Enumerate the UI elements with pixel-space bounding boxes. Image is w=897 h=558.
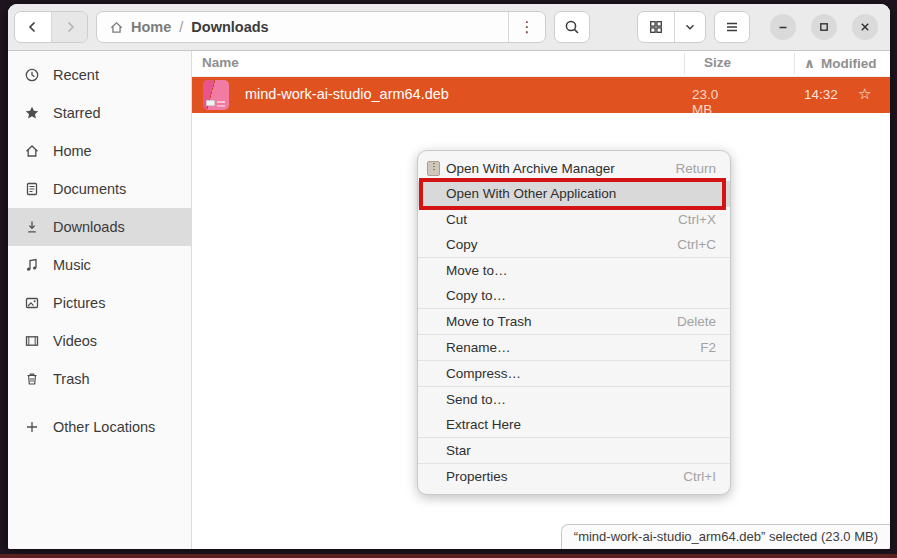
menu-item-label: Send to… [446,392,506,407]
back-button[interactable] [15,12,51,42]
hamburger-menu-icon [724,19,740,35]
file-row-selected[interactable]: mind-work-ai-studio_arm64.deb 23.0 MB 14… [192,77,890,113]
menu-item-label: Extract Here [446,417,521,432]
sidebar-item-home[interactable]: Home [8,132,191,170]
menu-item-label: Move to… [446,263,508,278]
search-button[interactable] [554,11,590,43]
path-bar: Home / Downloads ⋮ [96,11,546,43]
menu-item-compress[interactable]: Compress… [418,361,730,386]
menu-item-label: Copy to… [446,288,506,303]
clock-icon [23,67,40,83]
window-controls [770,14,878,40]
deb-package-icon [203,80,229,110]
view-options-button[interactable] [674,12,705,42]
breadcrumb-current[interactable]: Downloads [191,19,268,35]
status-bar: “mind-work-ai-studio_arm64.deb” selected… [561,524,890,549]
close-button[interactable] [852,14,878,40]
menu-item-cut[interactable]: Cut Ctrl+X [418,207,730,232]
menu-item-shortcut: Ctrl+I [683,469,716,484]
sidebar-item-trash[interactable]: Trash [8,360,191,398]
app-menu-button[interactable] [714,11,750,43]
column-header-modified-label: Modified [821,56,877,71]
menu-item-shortcut: Ctrl+C [677,237,716,252]
sidebar-item-pictures[interactable]: Pictures [8,284,191,322]
column-header-size[interactable]: Size [704,55,731,70]
breadcrumb-home[interactable]: Home [109,19,171,35]
archive-manager-icon [427,161,440,176]
home-icon [23,143,40,159]
menu-item-copy-to[interactable]: Copy to… [418,283,730,308]
column-divider[interactable] [684,53,685,74]
menu-item-extract-here[interactable]: Extract Here [418,412,730,437]
sidebar-item-recent[interactable]: Recent [8,56,191,94]
picture-icon [23,295,40,311]
sidebar-item-label: Downloads [53,219,125,235]
sidebar-item-label: Home [53,143,92,159]
menu-item-move-to-trash[interactable]: Move to Trash Delete [418,309,730,334]
chevron-right-icon [62,19,78,35]
film-icon [23,333,40,349]
sidebar-item-label: Videos [53,333,97,349]
star-outline-icon[interactable]: ☆ [858,85,871,103]
menu-item-copy[interactable]: Copy Ctrl+C [418,232,730,257]
menu-item-label: Rename… [446,340,511,355]
kebab-menu-icon: ⋮ [520,18,535,36]
view-toggle-group [637,11,706,43]
grid-view-icon [648,19,664,35]
sidebar-item-label: Documents [53,181,126,197]
menu-item-move-to[interactable]: Move to… [418,258,730,283]
breadcrumb-home-label: Home [131,19,171,35]
sidebar-item-videos[interactable]: Videos [8,322,191,360]
menu-item-shortcut: Ctrl+X [678,212,716,227]
history-nav-group [14,11,88,43]
headerbar: Home / Downloads ⋮ [8,4,890,51]
sidebar-item-label: Recent [53,67,99,83]
file-manager-window: Home / Downloads ⋮ [8,4,890,549]
menu-item-send-to[interactable]: Send to… [418,387,730,412]
search-icon [564,19,581,36]
menu-item-shortcut: F2 [700,340,716,355]
chevron-left-icon [25,19,41,35]
menu-item-open-with-archive-manager[interactable]: Open With Archive Manager Return [418,156,730,181]
menu-item-label: Open With Archive Manager [446,161,615,176]
maximize-icon [817,20,831,34]
selection-status-text: “mind-work-ai-studio_arm64.deb” selected… [574,529,878,544]
breadcrumb: Home / Downloads [97,19,508,35]
menu-item-open-with-other-application[interactable]: Open With Other Application [418,181,730,206]
column-header-name[interactable]: Name [202,55,239,70]
menu-item-rename[interactable]: Rename… F2 [418,335,730,360]
music-note-icon [23,257,40,273]
column-divider[interactable] [794,53,795,74]
sidebar-item-label: Other Locations [53,419,155,435]
home-icon [109,20,124,35]
menu-item-label: Cut [446,212,467,227]
sidebar-item-other-locations[interactable]: Other Locations [8,408,191,446]
menu-item-label: Open With Other Application [446,186,616,201]
star-icon [23,105,40,121]
plus-icon [23,419,40,435]
maximize-button[interactable] [811,14,837,40]
menu-item-label: Properties [446,469,508,484]
menu-item-star[interactable]: Star [418,438,730,463]
path-options-button[interactable]: ⋮ [508,12,545,42]
menu-item-label: Compress… [446,366,521,381]
file-modified-time: 14:32 [804,87,838,102]
column-header-modified[interactable]: ∧ Modified [804,55,876,71]
breadcrumb-separator: / [179,19,183,35]
menu-item-label: Move to Trash [446,314,532,329]
minimize-button[interactable] [770,14,796,40]
sidebar-item-music[interactable]: Music [8,246,191,284]
forward-button[interactable] [51,12,87,42]
file-name: mind-work-ai-studio_arm64.deb [245,86,449,102]
sidebar-item-label: Pictures [53,295,105,311]
sidebar-item-starred[interactable]: Starred [8,94,191,132]
grid-view-button[interactable] [638,12,674,42]
sidebar-item-documents[interactable]: Documents [8,170,191,208]
list-column-headers: Name Size ∧ Modified [192,51,890,77]
menu-item-label: Star [446,443,471,458]
menu-item-properties[interactable]: Properties Ctrl+I [418,464,730,489]
sidebar-item-downloads[interactable]: Downloads [8,208,191,246]
sidebar-item-label: Music [53,257,91,273]
download-icon [23,219,40,235]
sort-ascending-icon: ∧ [804,55,815,71]
